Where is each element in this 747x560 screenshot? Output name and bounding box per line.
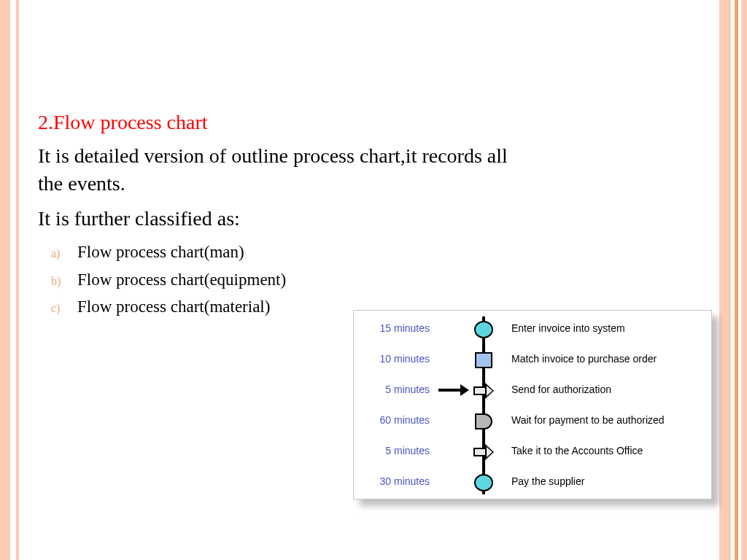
step-time: 15 minutes <box>354 322 430 334</box>
flow-process-diagram: 15 minutes Enter invoice into system 10 … <box>353 310 712 499</box>
list-text: Flow process chart(material) <box>77 293 270 321</box>
frame-bar-left-outer <box>0 0 10 560</box>
list-text: Flow process chart(equipment) <box>77 266 286 294</box>
step-time: 60 minutes <box>354 414 430 426</box>
diagram-step-row: 60 minutes Wait for payment to be author… <box>354 407 711 436</box>
section-subheading: It is further classified as: <box>38 205 694 233</box>
frame-bar-right-wide <box>719 0 731 560</box>
list-marker: c) <box>51 299 77 318</box>
step-text: Wait for payment to be authorized <box>511 414 665 426</box>
list-marker: b) <box>51 272 77 291</box>
step-time: 30 minutes <box>354 475 430 487</box>
diagram-step-row: 30 minutes Pay the supplier <box>354 468 711 497</box>
step-text: Send for authorization <box>511 384 611 395</box>
step-text: Enter invoice into system <box>511 322 625 334</box>
branch-arrow-icon <box>438 385 471 395</box>
step-text: Match invoice to purchase order <box>511 353 657 365</box>
list-text: Flow process chart(man) <box>77 238 244 266</box>
frame-bar-right-outer <box>741 0 747 560</box>
section-description: It is detailed version of outline proces… <box>38 142 534 198</box>
delay-icon <box>471 411 497 432</box>
step-time: 5 minutes <box>354 384 430 395</box>
step-time: 5 minutes <box>354 445 430 456</box>
step-time: 10 minutes <box>354 353 430 365</box>
frame-bar-left-mid <box>10 0 16 560</box>
operation-icon <box>471 472 497 493</box>
transport-icon <box>471 381 497 401</box>
step-text: Pay the supplier <box>511 475 584 487</box>
diagram-step-row: 15 minutes Enter invoice into system <box>354 315 711 344</box>
diagram-step-row: 5 minutes Send for authorization <box>354 376 711 405</box>
diagram-step-row: 10 minutes Match invoice to purchase ord… <box>354 346 711 375</box>
step-text: Take it to the Accounts Office <box>511 445 643 456</box>
frame-bar-left-inner <box>16 0 19 560</box>
transport-icon <box>471 442 497 462</box>
list-item: b) Flow process chart(equipment) <box>51 266 694 294</box>
slide-content: 2.Flow process chart It is detailed vers… <box>38 108 694 321</box>
classification-list: a) Flow process chart(man) b) Flow proce… <box>38 238 694 322</box>
inspection-icon <box>471 350 497 370</box>
list-marker: a) <box>51 244 77 263</box>
operation-icon <box>471 319 497 340</box>
section-title: 2.Flow process chart <box>38 108 694 136</box>
diagram-step-row: 5 minutes Take it to the Accounts Office <box>354 438 711 467</box>
list-item: a) Flow process chart(man) <box>51 238 694 266</box>
